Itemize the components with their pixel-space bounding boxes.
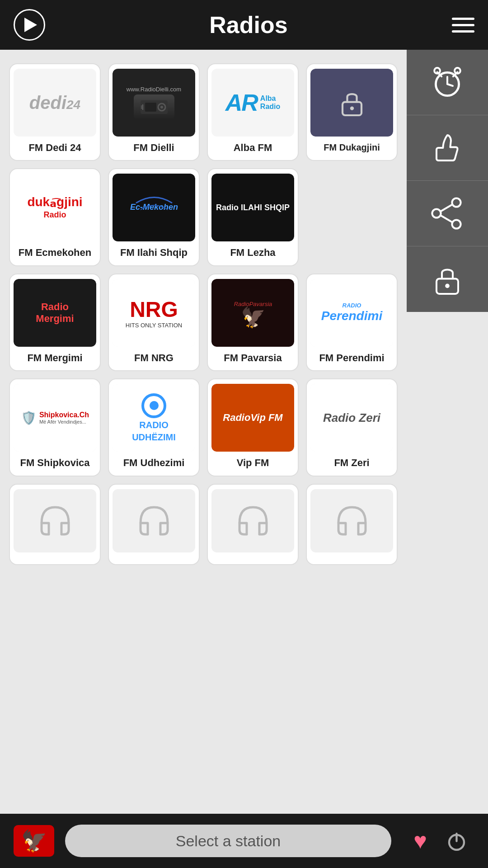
station-name-ilahi: FM Lezha <box>230 247 275 259</box>
station-name-dielli: FM Dielli <box>133 142 174 154</box>
station-name-pavarsia: FM Pavarsia <box>224 352 282 364</box>
station-name-nrg: FM NRG <box>134 352 174 364</box>
station-unknown4[interactable] <box>306 484 398 565</box>
station-logo-perendimi: RADIO Perendimi <box>310 279 393 347</box>
heart-button[interactable]: ♥ <box>402 825 438 857</box>
station-grid: dedi24 FM Dedi 24 www.RadioDielli.com <box>0 54 407 565</box>
svg-point-8 <box>452 220 460 228</box>
svg-point-7 <box>452 198 460 207</box>
station-perendimi[interactable]: RADIO Perendimi FM Perendimi <box>306 274 398 371</box>
station-name-ecmekohen: FM Ilahi Shqip <box>120 247 188 259</box>
station-name-dukagjini: FM Ecmekohen <box>19 247 91 259</box>
station-ilahi[interactable]: Radio ILAHI SHQIP FM Lezha <box>207 168 299 266</box>
station-logo-nrg: NRG HITS ONLY STATION <box>113 279 195 347</box>
station-unknown2[interactable] <box>108 484 200 565</box>
headphones-icon-1 <box>33 498 78 543</box>
station-logo-shipkovica: 🛡️ Shipkovica.Ch Më Afër Vendindjes... <box>14 384 96 452</box>
station-unknown3[interactable] <box>207 484 299 565</box>
alarm-button[interactable] <box>407 50 488 115</box>
station-dielli[interactable]: www.RadioDielli.com FM Dielli <box>108 63 200 161</box>
svg-point-6 <box>455 68 460 74</box>
station-lezha[interactable]: FM Dukagjini <box>306 63 398 161</box>
select-station-button[interactable]: Select a station <box>65 825 391 857</box>
station-udhezimi[interactable]: RADIO UDHËZIMI FM Udhezimi <box>108 378 200 476</box>
station-name-zeri: FM Zeri <box>334 457 369 469</box>
svg-point-13 <box>445 283 450 288</box>
station-name-dedi24: FM Dedi 24 <box>28 142 81 154</box>
side-panel <box>407 50 488 312</box>
svg-line-2 <box>447 84 453 86</box>
station-name-lezha: FM Dukagjini <box>324 142 380 153</box>
page-title: Radios <box>209 11 287 38</box>
flag-button[interactable]: 🦅 <box>14 825 54 857</box>
station-nrg[interactable]: NRG HITS ONLY STATION FM NRG <box>108 274 200 371</box>
station-logo-mergimi: Radio Mergimi <box>14 279 96 347</box>
lock-button[interactable] <box>407 246 488 312</box>
svg-text:🦅: 🦅 <box>240 306 265 329</box>
svg-line-11 <box>441 216 452 222</box>
heart-icon: ♥ <box>413 828 427 854</box>
station-dedi24[interactable]: dedi24 FM Dedi 24 <box>9 63 101 161</box>
station-logo-lezha <box>310 69 393 137</box>
station-logo-zeri: Radio Zeri <box>310 384 393 452</box>
station-name-mergimi: FM Mergimi <box>27 352 82 364</box>
power-icon <box>444 829 469 854</box>
svg-point-17 <box>160 106 163 108</box>
header: Radios <box>0 0 488 50</box>
svg-line-10 <box>441 205 452 211</box>
station-mergimi[interactable]: Radio Mergimi FM Mergimi <box>9 274 101 371</box>
station-ecmekohen[interactable]: Ec-Mekohen FM Ilahi Shqip <box>108 168 200 266</box>
lock-small-icon <box>336 87 368 118</box>
station-logo-dielli: www.RadioDielli.com <box>113 69 195 137</box>
svg-point-9 <box>432 209 441 217</box>
share-icon <box>429 195 465 231</box>
flag-eagle-icon: 🦅 <box>21 829 47 853</box>
headphones-icon-3 <box>230 498 276 543</box>
station-name-vip: Vip FM <box>237 457 269 469</box>
station-vip[interactable]: RadioVip FM Vip FM <box>207 378 299 476</box>
station-name-alba: Alba FM <box>234 142 272 154</box>
thumbs-up-icon <box>429 130 465 166</box>
station-unknown1[interactable] <box>9 484 101 565</box>
station-pavarsia[interactable]: RadioPavarsia 🦅 FM Pavarsia <box>207 274 299 371</box>
station-shipkovica[interactable]: 🛡️ Shipkovica.Ch Më Afër Vendindjes... F… <box>9 378 101 476</box>
svg-point-21 <box>350 106 353 110</box>
station-name-shipkovica: FM Shipkovica <box>20 457 89 469</box>
station-dukagjini[interactable]: duka͡gjini Radio FM Ecmekohen <box>9 168 101 266</box>
power-button[interactable] <box>438 825 474 857</box>
like-button[interactable] <box>407 115 488 181</box>
headphones-icon-4 <box>329 498 375 543</box>
svg-rect-15 <box>145 103 156 112</box>
share-button[interactable] <box>407 181 488 246</box>
station-alba[interactable]: AR Alba Radio Alba FM <box>207 63 299 161</box>
svg-text:Ec-Mekohen: Ec-Mekohen <box>130 203 178 212</box>
content-area: dedi24 FM Dedi 24 www.RadioDielli.com <box>0 50 407 814</box>
station-zeri[interactable]: Radio Zeri FM Zeri <box>306 378 398 476</box>
lock-icon <box>429 261 465 297</box>
select-station-label: Select a station <box>176 832 281 850</box>
svg-point-5 <box>434 68 440 74</box>
alarm-icon <box>429 64 465 100</box>
station-logo-vip: RadioVip FM <box>211 384 294 452</box>
station-name-perendimi: FM Perendimi <box>319 352 384 364</box>
station-logo-dedi24: dedi24 <box>14 69 96 137</box>
station-logo-pavarsia: RadioPavarsia 🦅 <box>211 279 294 347</box>
station-name-udhezimi: FM Udhezimi <box>123 457 185 469</box>
station-logo-udhezimi: RADIO UDHËZIMI <box>113 384 195 452</box>
headphones-icon-2 <box>131 498 177 543</box>
station-logo-ilahi: Radio ILAHI SHQIP <box>211 174 294 241</box>
play-button[interactable] <box>14 9 45 41</box>
station-logo-dukagjini: duka͡gjini Radio <box>14 174 96 241</box>
menu-button[interactable] <box>452 18 474 33</box>
station-logo-alba: AR Alba Radio <box>211 69 294 137</box>
station-logo-ecmekohen: Ec-Mekohen <box>113 174 195 241</box>
bottom-bar: 🦅 Select a station ♥ <box>0 814 488 868</box>
